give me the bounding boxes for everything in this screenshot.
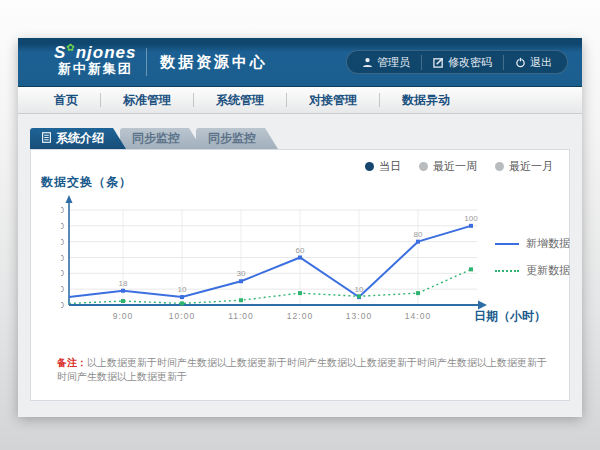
- radio-unselected-icon: [419, 162, 428, 171]
- content-area: 系统介绍 同步监控 同步监控 当日 最近一周: [18, 114, 582, 417]
- svg-text:14:00: 14:00: [405, 311, 431, 321]
- radio-today[interactable]: 当日: [365, 159, 401, 174]
- tab-system-intro[interactable]: 系统介绍: [30, 128, 126, 149]
- user-menu-change-password-label: 修改密码: [448, 55, 492, 70]
- power-icon: [515, 57, 526, 68]
- app-window: S✿njones 新中新集团 数据资源中心 管理员 修改密码: [18, 38, 582, 415]
- svg-text:60: 60: [296, 246, 305, 255]
- footnote-text: 以上数据更新于时间产生数据以上数据更新于时间产生数据以上数据更新于时间产生数据以…: [57, 357, 547, 382]
- user-menu-admin-label: 管理员: [377, 55, 410, 70]
- svg-text:12:00: 12:00: [287, 311, 313, 321]
- radio-last-month-label: 最近一月: [509, 159, 553, 174]
- range-filter: 当日 最近一周 最近一月: [365, 159, 553, 174]
- svg-text:100: 100: [61, 221, 65, 231]
- legend-updated-data-label: 更新数据: [526, 263, 570, 278]
- user-menu-change-password[interactable]: 修改密码: [421, 55, 503, 70]
- footnote: 备注：以上数据更新于时间产生数据以上数据更新于时间产生数据以上数据更新于时间产生…: [57, 356, 549, 384]
- user-menu-admin[interactable]: 管理员: [351, 55, 421, 70]
- tab-sync-monitor-2[interactable]: 同步监控: [196, 128, 278, 149]
- page-title: 数据资源中心: [160, 53, 268, 72]
- solid-line-icon: [495, 243, 519, 245]
- svg-text:80: 80: [61, 237, 65, 247]
- tab-sync-monitor-2-label: 同步监控: [208, 130, 256, 147]
- chart-panel: 当日 最近一周 最近一月 数据交换（条） 0204060801001209:00…: [30, 149, 570, 401]
- legend-new-data-label: 新增数据: [526, 236, 570, 251]
- svg-text:80: 80: [414, 230, 423, 239]
- logo: S✿njones 新中新集团: [54, 43, 137, 75]
- nav-item-home[interactable]: 首页: [32, 93, 101, 107]
- dotted-line-icon: [495, 270, 519, 272]
- nav-item-standard-mgmt[interactable]: 标准管理: [101, 93, 194, 107]
- footnote-prefix: 备注：: [57, 357, 87, 368]
- radio-last-week-label: 最近一周: [433, 159, 477, 174]
- radio-last-week[interactable]: 最近一周: [419, 159, 477, 174]
- radio-last-month[interactable]: 最近一月: [495, 159, 553, 174]
- tab-system-intro-label: 系统介绍: [56, 130, 104, 147]
- svg-text:100: 100: [464, 214, 478, 223]
- document-icon: [42, 132, 51, 146]
- tab-sync-monitor-1[interactable]: 同步监控: [120, 128, 202, 149]
- user-menu-logout[interactable]: 退出: [503, 55, 563, 70]
- line-chart: 0204060801001209:0010:0011:0012:0013:001…: [61, 195, 493, 325]
- logo-text-cn: 新中新集团: [54, 62, 137, 76]
- svg-text:10: 10: [178, 285, 187, 294]
- logo-leaf-icon: ✿: [66, 42, 75, 53]
- logo-text-en: S✿njones: [54, 43, 137, 62]
- svg-text:13:00: 13:00: [346, 311, 372, 321]
- nav-item-interface-mgmt[interactable]: 对接管理: [287, 93, 380, 107]
- svg-text:40: 40: [61, 268, 65, 278]
- svg-text:30: 30: [237, 269, 246, 278]
- tab-bar: 系统介绍 同步监控 同步监控: [30, 128, 278, 149]
- svg-text:10:00: 10:00: [169, 311, 195, 321]
- svg-text:18: 18: [119, 279, 128, 288]
- svg-text:9:00: 9:00: [113, 311, 134, 321]
- user-menu: 管理员 修改密码 退出: [346, 50, 568, 74]
- svg-text:11:00: 11:00: [228, 311, 254, 321]
- y-axis-title: 数据交换（条）: [41, 174, 132, 191]
- chart-legend: 新增数据 更新数据: [495, 236, 570, 278]
- tab-sync-monitor-1-label: 同步监控: [132, 130, 180, 147]
- svg-text:120: 120: [61, 205, 65, 215]
- legend-updated-data: 更新数据: [495, 263, 570, 278]
- radio-selected-icon: [365, 162, 374, 171]
- header-divider: [146, 48, 147, 76]
- x-axis-title: 日期（小时）: [474, 308, 546, 325]
- user-menu-logout-label: 退出: [530, 55, 552, 70]
- radio-unselected-icon: [495, 162, 504, 171]
- nav-item-data-change[interactable]: 数据异动: [380, 93, 472, 107]
- edit-icon: [433, 57, 444, 68]
- svg-text:20: 20: [61, 284, 65, 294]
- main-nav: 首页 标准管理 系统管理 对接管理 数据异动: [18, 87, 582, 114]
- legend-new-data: 新增数据: [495, 236, 570, 251]
- app-header: S✿njones 新中新集团 数据资源中心 管理员 修改密码: [18, 38, 582, 87]
- svg-text:10: 10: [355, 285, 364, 294]
- nav-item-system-mgmt[interactable]: 系统管理: [194, 93, 287, 107]
- radio-today-label: 当日: [379, 159, 401, 174]
- svg-text:0: 0: [61, 300, 65, 310]
- svg-text:60: 60: [61, 253, 65, 263]
- user-icon: [362, 57, 373, 68]
